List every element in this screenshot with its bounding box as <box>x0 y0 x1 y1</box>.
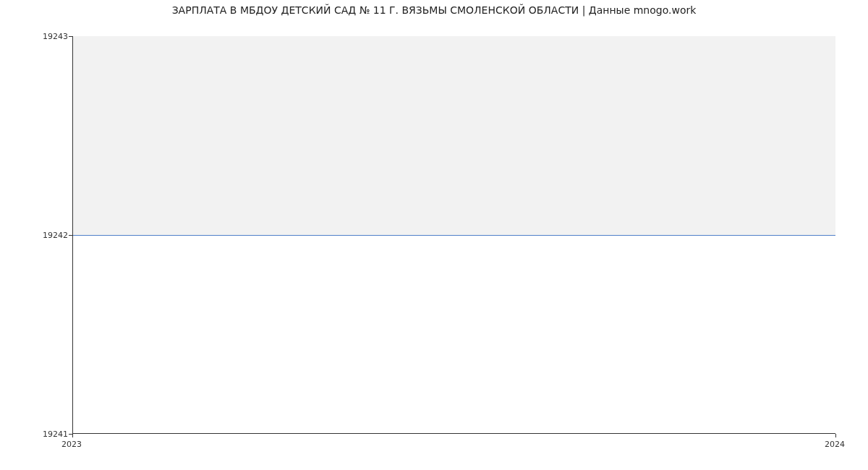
x-tick-label: 2024 <box>825 440 845 449</box>
x-tick-mark <box>835 434 836 437</box>
y-tick-label: 19242 <box>3 231 68 240</box>
chart-title: ЗАРПЛАТА В МБДОУ ДЕТСКИЙ САД № 11 Г. ВЯЗ… <box>0 4 868 16</box>
plot-area <box>72 36 835 434</box>
data-line <box>73 235 835 236</box>
x-tick-mark <box>72 434 73 437</box>
line-chart: ЗАРПЛАТА В МБДОУ ДЕТСКИЙ САД № 11 Г. ВЯЗ… <box>0 0 868 470</box>
x-tick-label: 2023 <box>61 440 82 449</box>
y-tick-label: 19243 <box>3 32 68 41</box>
y-tick-label: 19241 <box>3 430 68 439</box>
shaded-region <box>73 36 835 235</box>
